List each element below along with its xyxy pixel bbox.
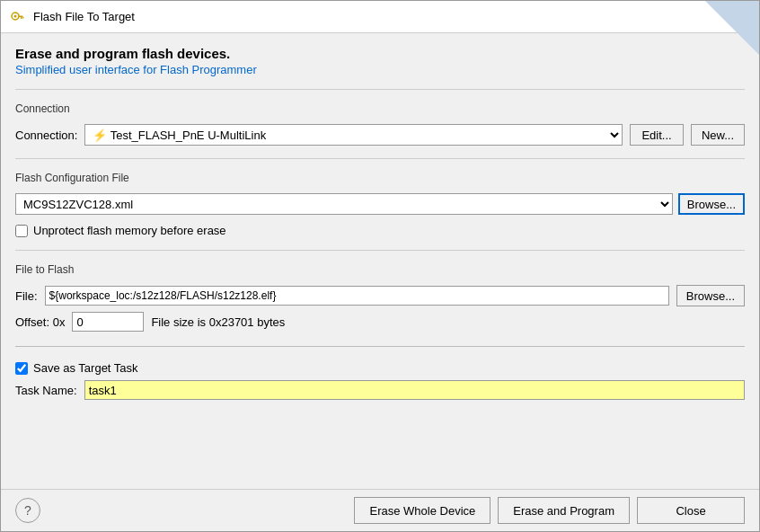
svg-rect-2: [19, 15, 23, 17]
flash-config-label: Flash Configuration File: [15, 172, 745, 184]
offset-row: Offset: 0x File size is 0x23701 bytes: [15, 312, 745, 332]
task-name-label: Task Name:: [15, 384, 77, 397]
erase-whole-button[interactable]: Erase Whole Device: [354, 497, 490, 524]
connection-field-label: Connection:: [15, 129, 77, 142]
file-size-text: File size is 0x23701 bytes: [151, 315, 285, 329]
flash-config-section: Flash Configuration File MC9S12ZVC128.xm…: [15, 172, 745, 215]
close-button[interactable]: Close: [637, 497, 745, 524]
main-heading-block: Erase and program flash devices. Simplif…: [15, 46, 745, 76]
connection-section-label: Connection: [15, 102, 745, 115]
title-bar: Flash File To Target ×: [1, 1, 759, 33]
save-task-label[interactable]: Save as Target Task: [33, 361, 138, 375]
help-button[interactable]: ?: [15, 498, 40, 523]
file-to-flash-label: File to Flash: [15, 263, 745, 276]
flash-config-row: MC9S12ZVC128.xml Browse...: [15, 193, 745, 215]
offset-input[interactable]: [72, 312, 144, 332]
file-to-flash-section: File to Flash File: Browse... Offset: 0x…: [15, 263, 745, 332]
offset-label: Offset: 0x: [15, 315, 65, 329]
new-button[interactable]: New...: [691, 124, 745, 146]
save-task-checkbox[interactable]: [15, 362, 28, 375]
file-input[interactable]: [45, 286, 669, 306]
file-field-label: File:: [15, 289, 38, 303]
button-bar: ? Erase Whole Device Erase and Program C…: [1, 489, 759, 531]
divider-4: [15, 346, 745, 347]
svg-rect-3: [21, 17, 22, 19]
flash-config-browse-button[interactable]: Browse...: [678, 193, 745, 215]
unprotect-label[interactable]: Unprotect flash memory before erase: [33, 224, 226, 237]
connection-row: Connection: ⚡ Test_FLASH_PnE U-MultiLink…: [15, 124, 745, 146]
main-heading: Erase and program flash devices.: [15, 46, 745, 61]
svg-point-1: [14, 14, 17, 17]
close-title-button[interactable]: ×: [729, 6, 750, 28]
unprotect-checkbox[interactable]: [15, 225, 28, 237]
dialog-window: Flash File To Target × Erase and program…: [0, 0, 760, 532]
save-task-row: Save as Target Task: [15, 361, 745, 375]
divider-2: [15, 158, 745, 159]
edit-button[interactable]: Edit...: [630, 124, 684, 146]
dialog-title: Flash File To Target: [33, 10, 135, 23]
connection-section: Connection Connection: ⚡ Test_FLASH_PnE …: [15, 102, 745, 146]
file-browse-button[interactable]: Browse...: [676, 285, 745, 306]
dialog-content: Erase and program flash devices. Simplif…: [1, 33, 759, 489]
task-name-input[interactable]: [84, 380, 745, 400]
connection-dropdown[interactable]: ⚡ Test_FLASH_PnE U-MultiLink: [84, 124, 623, 146]
erase-program-button[interactable]: Erase and Program: [498, 497, 630, 524]
divider-3: [15, 250, 745, 251]
divider-1: [15, 89, 745, 90]
task-name-row: Task Name:: [15, 380, 745, 400]
unprotect-row: Unprotect flash memory before erase: [15, 224, 745, 237]
sub-heading: Simplified user interface for Flash Prog…: [15, 63, 745, 76]
app-icon: [10, 9, 26, 25]
file-row: File: Browse...: [15, 285, 745, 306]
flash-config-dropdown[interactable]: MC9S12ZVC128.xml: [15, 193, 673, 215]
svg-rect-4: [22, 17, 24, 19]
save-task-section: Save as Target Task Task Name:: [15, 361, 745, 400]
